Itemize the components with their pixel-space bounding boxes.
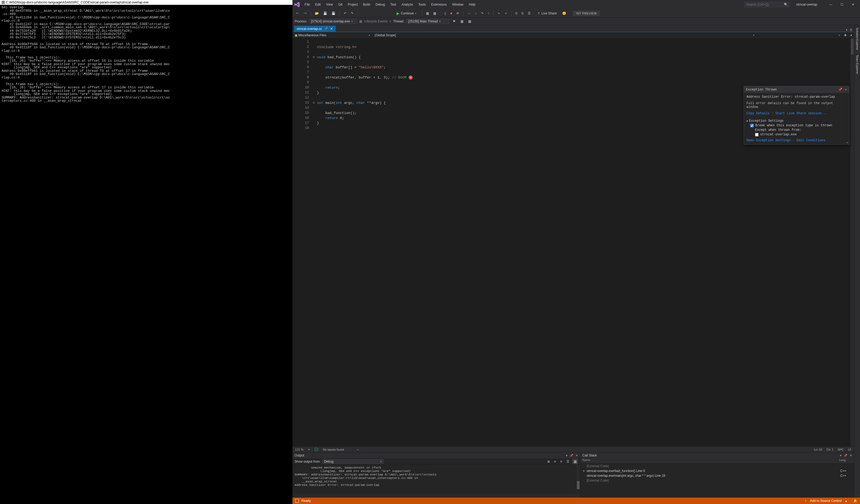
vs-logo-icon[interactable] (294, 2, 300, 8)
menu-help[interactable]: Help (467, 2, 478, 8)
output-body[interactable]: unwind mechanism, swapcontext or vfork (… (292, 465, 580, 494)
zoom-level[interactable]: 111 % (295, 448, 303, 451)
redo-icon[interactable]: ↷ (349, 11, 355, 16)
console-titlebar[interactable]: C:\MSDN\cpp-docs-pr\docs\c-language\ASAN… (0, 0, 292, 5)
continue-button[interactable]: ▶ Continue ▾ (394, 11, 419, 16)
toolbar-icon[interactable]: ⎘ (520, 11, 525, 16)
close-icon[interactable]: ✕ (849, 454, 852, 457)
cursor-char[interactable]: Ch: 1 (826, 448, 833, 451)
menu-build[interactable]: Build (361, 2, 372, 8)
cursor-line[interactable]: Ln: 18 (814, 448, 822, 451)
nav-fwd-icon[interactable]: ⭢ (302, 11, 308, 16)
break-icon[interactable]: ‖ (443, 11, 447, 16)
folding-gutter[interactable]: ⊟⊟ (312, 39, 316, 446)
process-select[interactable]: [37924] strncat-overlap.exe▾ (309, 19, 357, 24)
output-icon[interactable]: ☰ (565, 459, 571, 464)
callstack-row[interactable]: strncat-overlap.exe!bad_function() Line … (580, 469, 854, 473)
team-explorer-tab[interactable]: Team Explorer (856, 55, 859, 74)
dropdown-icon[interactable]: ▾ (848, 33, 854, 37)
lifecycle-label[interactable]: Lifecycle Events (364, 19, 388, 23)
menu-git[interactable]: Git (336, 2, 345, 8)
nav-project[interactable]: ▣ Miscellaneous Files▾ (292, 33, 373, 37)
output-icon[interactable]: ≡ (559, 459, 563, 464)
file-tab[interactable]: strncat-overlap.cc 📌 ✕ (294, 26, 336, 32)
menu-window[interactable]: Window (450, 2, 466, 8)
toolbar-icon[interactable]: ▦ (432, 11, 438, 16)
minimize-button[interactable]: — (825, 1, 836, 8)
tab-settings-icon[interactable]: ⚙ (849, 28, 852, 32)
exception-settings-head[interactable]: ▲ Exception Settings (746, 119, 846, 123)
output-scrollbar[interactable] (576, 465, 580, 490)
menu-project[interactable]: Project (346, 2, 360, 8)
close-icon[interactable]: ✕ (845, 88, 847, 92)
console-body[interactable]: 64) overlap #0 0x43785b in __asan_wrap_s… (0, 5, 292, 504)
menu-file[interactable]: File (303, 2, 312, 8)
dropdown-icon[interactable]: ▾ (840, 454, 842, 457)
toolbar-icon[interactable]: ⎘ (514, 11, 519, 16)
live-share-button[interactable]: ⇪ Live Share (538, 12, 557, 15)
solution-explorer-tab[interactable]: Solution Explorer (856, 28, 859, 50)
step-out-icon[interactable]: ↑ (486, 11, 491, 16)
pin-icon[interactable]: 📌 (570, 454, 573, 457)
nav-scope[interactable]: (Global Scope)▾ (373, 33, 757, 37)
thread-select[interactable]: [25156] Main Thread▾ (406, 19, 449, 24)
pin-icon[interactable]: 📌 (324, 27, 328, 30)
dropdown-icon[interactable]: ▾ (566, 454, 568, 457)
split-icon[interactable]: ✚ (842, 33, 848, 37)
toolbar-icon[interactable]: ⤷ (496, 11, 502, 16)
callstack-header[interactable]: Name Lang (580, 458, 854, 464)
undo-icon[interactable]: ↶ (342, 11, 348, 16)
issues-text[interactable]: No issues found (323, 448, 344, 451)
stack-frame-icon[interactable]: ▦ (459, 19, 465, 24)
callstack-panel-head[interactable]: Call Stack ▾ 📌 ✕ (580, 453, 854, 458)
menu-test[interactable]: Test (388, 2, 398, 8)
line-ending[interactable]: LF (848, 448, 851, 451)
save-all-icon[interactable]: 💾 (330, 11, 337, 16)
publish-icon[interactable]: ↑ (805, 499, 806, 503)
step-over-icon[interactable]: ↷ (479, 11, 485, 16)
menu-analyze[interactable]: Analyze (399, 2, 415, 8)
start-liveshare-link[interactable]: Start Live Share session... (775, 112, 827, 115)
stop-icon[interactable]: ■ (449, 11, 454, 16)
indent-mode[interactable]: SPC (838, 448, 844, 451)
tab-menu-icon[interactable]: ▾ (846, 28, 847, 32)
notifications-icon[interactable]: 🔔 (853, 499, 857, 503)
output-icon[interactable]: ≡ (553, 459, 557, 464)
search-input[interactable] (746, 3, 784, 6)
toolbar-icon[interactable]: ☰ (527, 11, 532, 16)
menu-extensions[interactable]: Extensions (429, 2, 449, 8)
step-into-icon[interactable]: ↓ (474, 11, 478, 16)
thread-icon[interactable]: ▦ (467, 19, 472, 24)
close-tab-icon[interactable]: ✕ (330, 27, 333, 31)
add-source-control[interactable]: Add to Source Control (810, 499, 842, 503)
save-icon[interactable]: 💾 (322, 11, 329, 16)
code-editor[interactable]: 123456789101112131415161718 ⊟⊟ #include … (292, 39, 854, 446)
show-next-icon[interactable]: → (466, 11, 472, 16)
menu-edit[interactable]: Edit (313, 2, 323, 8)
close-icon[interactable]: ✕ (576, 454, 578, 457)
thread-icon[interactable]: ⚑ (452, 19, 457, 24)
pin-icon[interactable]: 📌 (838, 88, 842, 92)
break-when-checkbox[interactable]: Break when this exception type is thrown (750, 123, 846, 127)
nav-back-icon[interactable]: ⭠ (295, 11, 300, 16)
output-source-select[interactable]: Debug▾ (322, 459, 384, 464)
callstack-row[interactable]: strncat-overlap.exe!main(int argc, char … (580, 473, 854, 478)
open-exception-settings-link[interactable]: Open Exception Settings (746, 138, 791, 142)
chevron-up-icon[interactable]: ▴ (845, 499, 847, 503)
restart-icon[interactable]: ⟳ (455, 11, 460, 16)
toolbar-icon[interactable]: ⤶ (503, 11, 508, 16)
pin-icon[interactable]: 📌 (844, 454, 847, 457)
editor-scrollbar[interactable] (850, 39, 854, 446)
exception-titlebar[interactable]: Exception Thrown 📌 ✕ (744, 86, 849, 93)
menu-debug[interactable]: Debug (373, 2, 387, 8)
output-icon[interactable]: ≣ (546, 459, 551, 464)
open-icon[interactable]: 📂 (314, 11, 320, 16)
search-box[interactable]: 🔍 (744, 2, 790, 7)
output-panel-head[interactable]: Output ▾ 📌 ✕ (292, 453, 580, 458)
maximize-button[interactable]: ☐ (836, 1, 847, 8)
callstack-row[interactable]: [External Code] (580, 464, 854, 469)
menu-tools[interactable]: Tools (416, 2, 428, 8)
copy-details-link[interactable]: Copy Details (746, 112, 770, 115)
except-from-checkbox[interactable]: strncat-overlap.exe (755, 133, 846, 136)
callstack-row[interactable]: [External Code] (580, 478, 854, 483)
